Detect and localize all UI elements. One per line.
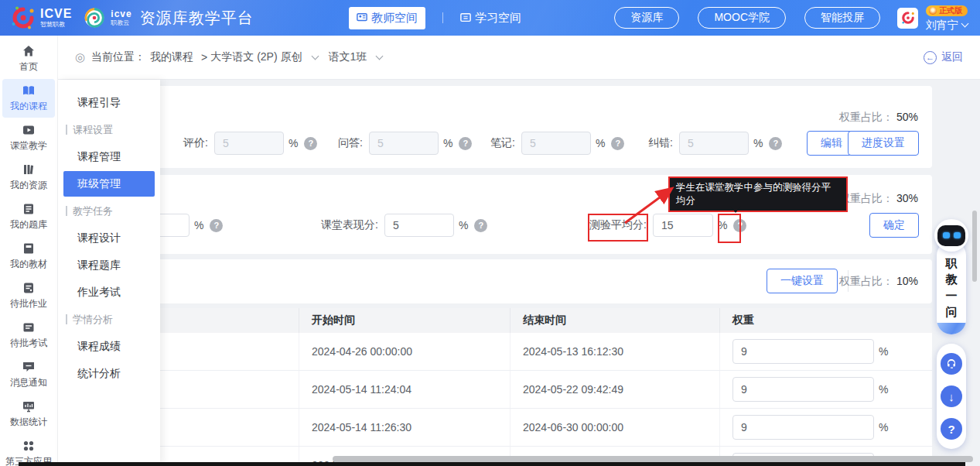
confirm-button[interactable]: 确定: [869, 213, 919, 238]
play-video-icon: [22, 123, 36, 137]
row-weight-input[interactable]: [732, 339, 874, 364]
sidebar-item-notifications[interactable]: 消息通知: [2, 355, 55, 394]
customer-service-button[interactable]: [941, 353, 962, 375]
sidebar-item-home[interactable]: 首页: [2, 39, 55, 78]
main-content: 权重占比：50% 评价: % ? 问答: % ? 笔记: % ? 纠错:: [58, 80, 980, 466]
one-click-setup-button[interactable]: 一键设置: [767, 269, 838, 293]
assistant-label[interactable]: 职 教 一 问: [937, 241, 966, 334]
breadcrumb-course-name[interactable]: 大学语文 (2P) 原创: [210, 50, 302, 64]
help-icon[interactable]: ?: [769, 137, 782, 150]
table-header-row: 开始时间 结束时间 权重: [73, 308, 932, 333]
menu-item-course-guide[interactable]: 课程引导: [58, 89, 160, 116]
field-corrections: 纠错: % ?: [648, 132, 782, 155]
sidebar-item-my-question-bank[interactable]: 我的题库: [2, 197, 55, 236]
help-icon[interactable]: ?: [611, 137, 624, 150]
menu-item-class-management[interactable]: 班级管理: [63, 171, 155, 197]
assistant-widget: 职 教 一 问 ↓ ? ×: [933, 219, 970, 466]
books-icon: [22, 163, 36, 176]
sidebar-item-third-party-apps[interactable]: 第三方应用: [2, 434, 55, 466]
field-quiz-average: 测验平均分: % ?: [589, 214, 746, 237]
question-icon: ?: [948, 423, 954, 436]
qa-input[interactable]: [369, 132, 439, 155]
evaluation-input[interactable]: [214, 132, 284, 155]
sidebar-item-data-statistics[interactable]: 数据统计: [2, 395, 55, 433]
avatar[interactable]: [897, 8, 918, 29]
corrections-input[interactable]: [679, 132, 749, 155]
apps-grid-icon: [22, 439, 36, 453]
menu-item-course-design[interactable]: 课程设计: [58, 224, 160, 252]
course-menu: 课程引导 课程设置 课程管理 班级管理 教学任务 课程设计 课程题库 作业考试 …: [58, 80, 160, 466]
nav-separator: [442, 12, 443, 23]
breadcrumb-my-courses[interactable]: 我的课程: [150, 50, 193, 64]
edition-badge: 正式版: [926, 5, 968, 16]
exam-weight-toolbar: 一键设置 权重占比：10%: [73, 259, 932, 303]
breadcrumb: ◎ 当前位置： 我的课程 > 大学语文 (2P) 原创 语文1班 ← 返回: [58, 36, 980, 80]
icve-logo-icon: [11, 5, 36, 30]
download-icon: ↓: [948, 390, 954, 403]
tab-teacher-space[interactable]: 教师空间: [349, 7, 425, 29]
assistant-toolbar: ↓ ?: [937, 344, 966, 449]
end-time-cell: 2024-06-30 00:00:00: [510, 409, 720, 446]
tab-learning-space-label: 学习空间: [475, 11, 521, 26]
page-title: 资源库教学平台: [140, 8, 254, 29]
icon-sidebar: 首页 我的课程 课堂教学 我的资源 我的题库 我的教材 待批作业 待批考试: [0, 36, 58, 466]
horizontal-scrollbar-thumb[interactable]: [333, 456, 973, 462]
icve-cloud-logo-icon: [83, 6, 106, 29]
row-weight-input[interactable]: [732, 415, 874, 440]
menu-item-statistical-analysis[interactable]: 统计分析: [58, 360, 160, 387]
menu-section-learning-analysis: 学情分析: [58, 306, 160, 333]
download-button[interactable]: ↓: [941, 385, 962, 407]
breadcrumb-class-name[interactable]: 语文1班: [329, 50, 367, 64]
field-class-performance: 课堂表现分: % ?: [321, 214, 487, 237]
header-right: 资源库 MOOC学院 智能投屏 正式版 刘宵宁: [614, 5, 968, 30]
medal-icon: [929, 7, 937, 15]
menu-item-course-grades[interactable]: 课程成绩: [58, 333, 160, 360]
location-pin-icon: ◎: [75, 50, 85, 64]
headset-icon: [945, 358, 958, 370]
class-performance-input[interactable]: [384, 214, 454, 237]
assistant-robot-icon[interactable]: [934, 219, 968, 252]
vertical-scrollbar-thumb[interactable]: [972, 211, 977, 282]
quiz-help-icon[interactable]: ?: [733, 219, 746, 232]
open-book-icon: [22, 84, 36, 98]
app-window: ICVE 智慧职教 icve 职教云 资源库教学平台 教师空间: [0, 0, 980, 466]
menu-item-homework-exams[interactable]: 作业考试: [58, 279, 160, 306]
mooc-college-button[interactable]: MOOC学院: [698, 7, 786, 29]
brand2-name: icve: [111, 9, 131, 19]
help-icon[interactable]: ?: [474, 219, 487, 232]
help-icon[interactable]: ?: [210, 219, 223, 232]
course-dropdown-icon[interactable]: [311, 53, 319, 60]
quiz-average-tooltip: 学生在课堂教学中参与的测验得分平均分: [668, 176, 848, 212]
progress-settings-button[interactable]: 进度设置: [848, 131, 919, 156]
help-center-button[interactable]: ?: [941, 418, 962, 440]
menu-item-course-question-bank[interactable]: 课程题库: [58, 252, 160, 279]
sidebar-item-pending-exams[interactable]: 待批考试: [2, 316, 55, 355]
smart-casting-button[interactable]: 智能投屏: [804, 7, 880, 29]
weight-ratio-50: 权重占比：50%: [839, 111, 918, 125]
help-icon[interactable]: ?: [304, 137, 317, 150]
help-icon[interactable]: ?: [459, 137, 472, 150]
tab-learning-space[interactable]: 学习空间: [460, 11, 521, 26]
homework-icon: [22, 281, 36, 295]
sidebar-item-my-textbooks[interactable]: 我的教材: [2, 237, 55, 276]
sidebar-item-pending-homework[interactable]: 待批作业: [2, 276, 55, 315]
sidebar-item-my-resources[interactable]: 我的资源: [2, 158, 55, 197]
table-header-start-time: 开始时间: [299, 308, 510, 333]
sidebar-item-my-courses[interactable]: 我的课程: [2, 79, 55, 118]
username: 刘宵宁: [926, 19, 958, 30]
row-weight-input[interactable]: [732, 377, 874, 402]
sidebar-item-classroom-teaching[interactable]: 课堂教学: [2, 118, 55, 157]
notes-input[interactable]: [521, 132, 591, 155]
user-info[interactable]: 正式版 刘宵宁: [926, 5, 968, 30]
class-dropdown-icon[interactable]: [376, 53, 384, 60]
resource-library-button[interactable]: 资源库: [614, 7, 679, 29]
quiz-average-input[interactable]: [653, 214, 713, 237]
menu-item-course-management[interactable]: 课程管理: [58, 143, 160, 170]
tab-teacher-space-label: 教师空间: [371, 11, 418, 26]
brand1-sub: 智慧职教: [40, 22, 72, 28]
back-button[interactable]: ← 返回: [924, 50, 963, 64]
brand-icve-cloud: icve 职教云: [83, 6, 131, 29]
exam-weight-table: 开始时间 结束时间 权重 2024-04-26 00:00:00 2024-05…: [73, 308, 932, 466]
table-header-end-time: 结束时间: [510, 308, 720, 333]
end-time-cell: 2024-05-13 16:12:30: [510, 333, 720, 370]
